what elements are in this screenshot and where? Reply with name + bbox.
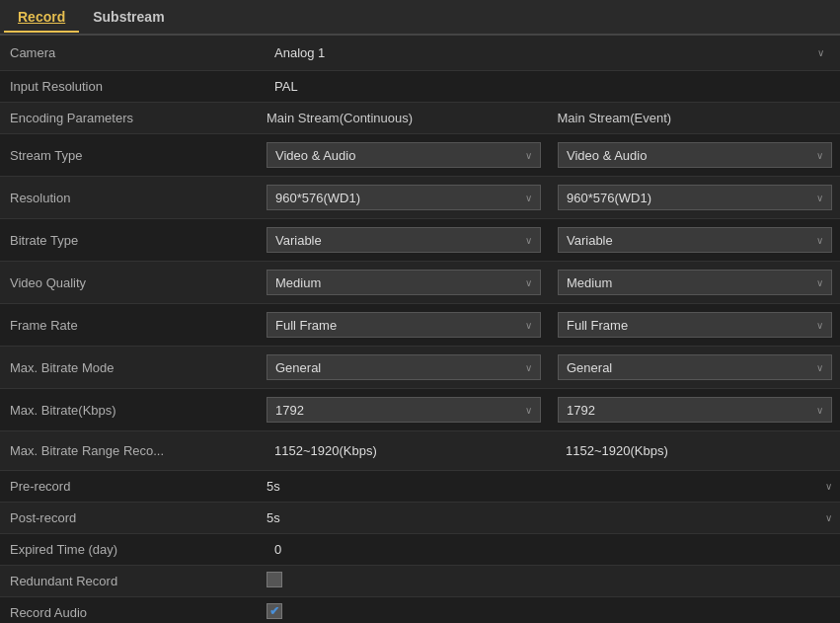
max-bitrate-mode-label: Max. Bitrate Mode <box>0 347 259 389</box>
max-bitrate-range-col1: 1152~1920(Kbps) <box>259 435 549 466</box>
camera-value-cell: Analog 1 ∨ <box>259 36 840 70</box>
expired-time-row: Expired Time (day) 0 <box>0 534 840 566</box>
stream-type-col1: Video & Audio ∨ <box>259 138 549 172</box>
bitrate-type-col1-value: Variable <box>275 233 322 248</box>
max-bitrate-kbps-label: Max. Bitrate(Kbps) <box>0 389 259 431</box>
pre-record-dropdown[interactable]: 5s ∨ <box>259 475 840 498</box>
redundant-record-row: Redundant Record <box>0 566 840 597</box>
max-bitrate-mode-col1-dropdown[interactable]: General ∨ <box>267 354 541 380</box>
redundant-record-value-cell <box>259 566 840 593</box>
video-quality-col2: Medium ∨ <box>550 266 840 299</box>
frame-rate-col1-dropdown[interactable]: Full Frame ∨ <box>267 312 541 338</box>
frame-rate-col1: Full Frame ∨ <box>259 308 549 342</box>
settings-table: Camera Analog 1 ∨ Input Resolution PAL E… <box>0 36 840 623</box>
video-quality-col1-arrow: ∨ <box>525 277 532 288</box>
resolution-col1-dropdown[interactable]: 960*576(WD1) ∨ <box>267 185 541 210</box>
resolution-value-cell: 960*576(WD1) ∨ 960*576(WD1) ∨ <box>259 177 840 219</box>
pre-record-row: Pre-record 5s ∨ <box>0 471 840 503</box>
bitrate-type-col2: Variable ∨ <box>550 223 840 257</box>
post-record-dropdown[interactable]: 5s ∨ <box>259 506 840 529</box>
max-bitrate-kbps-col2-value: 1792 <box>567 403 595 418</box>
max-bitrate-kbps-value-cell: 1792 ∨ 1792 ∨ <box>259 389 840 431</box>
max-bitrate-kbps-col2-arrow: ∨ <box>816 405 823 416</box>
stream-type-col1-arrow: ∨ <box>525 150 532 161</box>
post-record-label: Post-record <box>0 503 259 534</box>
input-resolution-value: PAL <box>267 75 306 98</box>
input-resolution-row: Input Resolution PAL <box>0 71 840 103</box>
tab-record[interactable]: Record <box>4 3 79 33</box>
bitrate-type-col1: Variable ∨ <box>259 223 549 257</box>
video-quality-col2-arrow: ∨ <box>816 277 823 288</box>
resolution-col1-value: 960*576(WD1) <box>275 191 360 205</box>
max-bitrate-kbps-col2-dropdown[interactable]: 1792 ∨ <box>558 397 832 423</box>
tab-bar: Record Substream <box>0 0 840 36</box>
bitrate-type-col2-arrow: ∨ <box>816 235 823 246</box>
max-bitrate-range-col2-value: 1152~1920(Kbps) <box>558 439 676 462</box>
resolution-col2-value: 960*576(WD1) <box>567 191 651 205</box>
encoding-col2-header: Main Stream(Event) <box>550 107 841 129</box>
stream-type-row: Stream Type Video & Audio ∨ Video & Audi… <box>0 134 840 177</box>
tab-substream[interactable]: Substream <box>79 3 178 33</box>
frame-rate-col2: Full Frame ∨ <box>550 308 840 342</box>
frame-rate-label: Frame Rate <box>0 304 259 347</box>
video-quality-label: Video Quality <box>0 262 259 304</box>
record-audio-label: Record Audio <box>0 597 259 624</box>
resolution-row: Resolution 960*576(WD1) ∨ 960*576(WD1) <box>0 177 840 219</box>
frame-rate-col2-dropdown[interactable]: Full Frame ∨ <box>558 312 832 338</box>
encoding-parameters-row: Encoding Parameters Main Stream(Continuo… <box>0 103 840 134</box>
post-record-value-cell: 5s ∨ <box>259 503 840 534</box>
max-bitrate-mode-row: Max. Bitrate Mode General ∨ General <box>0 347 840 389</box>
max-bitrate-range-col2: 1152~1920(Kbps) <box>550 435 840 466</box>
bitrate-type-col2-dropdown[interactable]: Variable ∨ <box>558 227 832 253</box>
input-resolution-label: Input Resolution <box>0 71 259 103</box>
encoding-col1-header: Main Stream(Continuous) <box>259 107 550 129</box>
video-quality-col1-dropdown[interactable]: Medium ∨ <box>267 270 541 295</box>
max-bitrate-mode-col2-value: General <box>567 360 612 375</box>
post-record-arrow: ∨ <box>825 512 832 523</box>
camera-row: Camera Analog 1 ∨ <box>0 36 840 71</box>
stream-type-col1-dropdown[interactable]: Video & Audio ∨ <box>267 142 541 168</box>
max-bitrate-kbps-col1-value: 1792 <box>275 403 304 418</box>
video-quality-col2-value: Medium <box>567 275 612 290</box>
resolution-col2-arrow: ∨ <box>816 193 823 203</box>
frame-rate-col2-arrow: ∨ <box>816 320 823 331</box>
camera-dropdown[interactable]: Analog 1 ∨ <box>267 41 832 64</box>
max-bitrate-mode-value-cell: General ∨ General ∨ <box>259 347 840 389</box>
video-quality-col2-dropdown[interactable]: Medium ∨ <box>558 270 832 295</box>
post-record-row: Post-record 5s ∨ <box>0 503 840 534</box>
stream-type-col2-dropdown[interactable]: Video & Audio ∨ <box>558 142 832 168</box>
camera-dropdown-arrow: ∨ <box>817 47 824 58</box>
bitrate-type-value-cell: Variable ∨ Variable ∨ <box>259 219 840 262</box>
record-audio-checkbox[interactable]: ✔ <box>267 603 282 619</box>
stream-type-col2-arrow: ∨ <box>816 150 823 161</box>
input-resolution-value-cell: PAL <box>259 71 840 103</box>
max-bitrate-kbps-col1-arrow: ∨ <box>525 405 532 416</box>
max-bitrate-kbps-row: Max. Bitrate(Kbps) 1792 ∨ 1792 ∨ <box>0 389 840 431</box>
video-quality-row: Video Quality Medium ∨ Medium ∨ <box>0 262 840 304</box>
redundant-record-label: Redundant Record <box>0 566 259 597</box>
max-bitrate-mode-col2-dropdown[interactable]: General ∨ <box>558 354 832 380</box>
pre-record-value: 5s <box>267 479 280 494</box>
stream-type-col2: Video & Audio ∨ <box>550 138 840 172</box>
max-bitrate-mode-col1-value: General <box>275 360 321 375</box>
bitrate-type-col1-dropdown[interactable]: Variable ∨ <box>267 227 541 253</box>
resolution-col1-arrow: ∨ <box>525 193 532 203</box>
max-bitrate-kbps-col2: 1792 ∨ <box>550 393 840 427</box>
expired-time-value-cell: 0 <box>259 534 840 566</box>
content-area: Camera Analog 1 ∨ Input Resolution PAL E… <box>0 36 840 623</box>
max-bitrate-mode-col1-arrow: ∨ <box>525 362 532 373</box>
frame-rate-col1-value: Full Frame <box>275 318 337 333</box>
bitrate-type-col1-arrow: ∨ <box>525 235 532 246</box>
expired-time-label: Expired Time (day) <box>0 534 259 566</box>
max-bitrate-kbps-col1-dropdown[interactable]: 1792 ∨ <box>267 397 541 423</box>
pre-record-label: Pre-record <box>0 471 259 503</box>
bitrate-type-label: Bitrate Type <box>0 219 259 262</box>
bitrate-type-row: Bitrate Type Variable ∨ Variable <box>0 219 840 262</box>
max-bitrate-range-value-cell: 1152~1920(Kbps) 1152~1920(Kbps) <box>259 431 840 471</box>
redundant-record-checkbox[interactable] <box>267 572 282 587</box>
resolution-col2-dropdown[interactable]: 960*576(WD1) ∨ <box>558 185 832 210</box>
frame-rate-row: Frame Rate Full Frame ∨ Full Frame <box>0 304 840 347</box>
max-bitrate-mode-col1: General ∨ <box>259 350 549 384</box>
max-bitrate-range-col1-value: 1152~1920(Kbps) <box>267 439 385 462</box>
bitrate-type-col2-value: Variable <box>567 233 613 248</box>
